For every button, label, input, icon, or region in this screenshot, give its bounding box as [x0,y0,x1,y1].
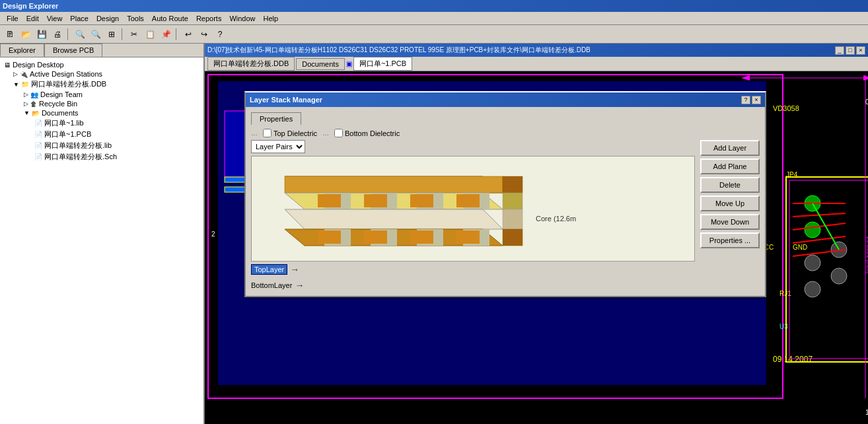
tree-desktop-label: Design Desktop [13,61,64,69]
tree-lib1[interactable]: 📄 网口单~1.lib [3,118,201,129]
bottom-dielectric-check[interactable] [334,129,343,137]
pcb-minimize-btn[interactable]: _ [835,46,844,55]
bottom-dielectric-dots: … [322,129,329,137]
expand-design-team[interactable]: ▷ [24,91,28,98]
tree-lib2[interactable]: 📄 网口单端转差分板.lib [3,140,201,151]
expand-stations[interactable]: ▷ [13,71,18,77]
tb-zoom-out[interactable]: 🔍 [89,27,103,42]
toplayer-label[interactable]: TopLayer [251,264,287,275]
doc-tab-ddb[interactable]: 网口单端转差分板.DDB [207,57,295,71]
app-titlebar: Design Explorer [0,0,868,12]
svg-rect-74 [456,230,480,244]
menu-file[interactable]: File [3,13,22,24]
app-title-text: Design Explorer [3,2,58,10]
svg-rect-73 [410,230,433,244]
pcb-tab-icon: ▣ [346,60,352,67]
svg-marker-63 [503,209,523,229]
menu-view[interactable]: View [43,13,67,24]
doc-tab-pcb[interactable]: 网口单~1.PCB [353,57,412,71]
tree-pcb1[interactable]: 📄 网口单~1.PCB [3,129,201,140]
tb-help[interactable]: ? [213,27,227,42]
tree-design-desktop[interactable]: 🖥 Design Desktop [3,60,201,69]
dialog-body: Properties … Top Dielectric … Bottom Die… [246,107,765,296]
tb-undo[interactable]: ↩ [181,27,196,42]
doc-tab-pcb-container: ▣ 网口单~1.PCB [346,57,412,71]
pcb-close-btn[interactable]: × [856,46,865,55]
move-up-btn[interactable]: Move Up [700,195,760,211]
tree-recycle-bin[interactable]: ▷ 🗑 Recycle Bin [3,99,201,108]
expand-recycle[interactable]: ▷ [24,100,28,107]
tb-new[interactable]: 🖹 [3,27,17,42]
tb-open[interactable]: 📂 [18,27,33,42]
properties-btn[interactable]: Properties ... [700,232,760,248]
svg-rect-59 [364,194,387,207]
menu-design[interactable]: Design [92,13,123,24]
tb-copy[interactable]: 📋 [143,27,157,42]
tree-docs-label: Documents [42,109,79,117]
svg-text:1: 1 [865,409,868,416]
menu-tools[interactable]: Tools [123,13,148,24]
props-row: … Top Dielectric … Bottom Dielectric [251,129,760,137]
svg-marker-45 [863,75,868,81]
dialog-left: Layer Pairs [251,140,695,291]
dialog-close-btn[interactable]: × [752,96,761,104]
menu-window[interactable]: Window [225,13,259,24]
top-dielectric-text: Top Dielectric [273,129,317,137]
svg-rect-71 [318,230,341,244]
svg-rect-60 [410,194,433,207]
menu-edit[interactable]: Edit [22,13,43,24]
svg-marker-62 [285,209,503,229]
add-plane-btn[interactable]: Add Plane [700,159,760,174]
layer-3d-view: Core (12.6m [251,156,695,262]
tb-zoom-in[interactable]: 🔍 [73,27,87,42]
tb-cut[interactable]: ✂ [127,27,141,42]
tree-design-team[interactable]: ▷ 👥 Design Team [3,90,201,99]
tree-active-stations[interactable]: ▷ 🔌 Active Design Stations [3,69,201,79]
menu-place[interactable]: Place [66,13,92,24]
pcb-win-controls: _ □ × [835,46,865,55]
tb-redo[interactable]: ↪ [197,27,211,42]
tb-zoom-fit[interactable]: ⊞ [104,27,119,42]
tb-sep-2 [122,28,124,40]
menu-autoroute[interactable]: Auto Route [148,13,192,24]
tree-documents[interactable]: ▼ 📂 Documents [3,108,201,118]
top-dielectric-check[interactable] [263,129,271,137]
menu-bar: File Edit View Place Design Tools Auto R… [0,12,868,25]
doc-tab-documents[interactable]: Documents [296,58,345,70]
svg-rect-58 [318,194,341,207]
team-icon: 👥 [30,91,38,98]
toplayer-row: TopLayer → [251,264,695,275]
menu-reports[interactable]: Reports [192,13,226,24]
svg-marker-50 [285,176,503,193]
tree-stations-label: Active Design Stations [30,70,102,78]
svg-rect-72 [364,230,387,244]
expand-docs[interactable]: ▼ [24,110,30,116]
toolbar: 🖹 📂 💾 🖨 🔍 🔍 ⊞ ✂ 📋 📌 ↩ ↪ ? [0,25,868,44]
dialog-help-btn[interactable]: ? [741,96,750,104]
tb-paste[interactable]: 📌 [159,27,173,42]
layer-pairs-row: Layer Pairs [251,140,695,153]
svg-point-27 [831,268,847,284]
pcb-canvas: VD3058 JP4 RJ1 U3 VCC GND 09 14 2007 JP1… [205,71,868,424]
svg-text:2: 2 [211,230,215,238]
dialog-title-text: Layer Stack Manager [250,96,322,104]
tab-browse-pcb[interactable]: Browse PCB [44,44,102,57]
pcb-maximize-btn[interactable]: □ [846,46,855,55]
bottomlayer-label: BottomLayer [251,281,292,289]
delete-btn[interactable]: Delete [700,177,760,193]
expand-ddb[interactable]: ▼ [13,81,19,88]
move-down-btn[interactable]: Move Down [700,214,760,230]
tb-print[interactable]: 🖨 [50,27,65,42]
layer-pairs-select[interactable]: Layer Pairs [251,140,305,153]
menu-help[interactable]: Help [260,13,283,24]
tb-sep-1 [67,28,70,40]
file-tree: 🖥 Design Desktop ▷ 🔌 Active Design Stati… [0,57,203,424]
stations-icon: 🔌 [20,71,28,78]
dialog-tab-properties[interactable]: Properties [251,112,301,125]
tree-ddb[interactable]: ▼ 📁 网口单端转差分板.DDB [3,79,201,90]
tab-explorer[interactable]: Explorer [0,44,44,57]
add-layer-btn[interactable]: Add Layer [700,140,760,156]
tb-save[interactable]: 💾 [34,27,49,42]
tree-sch1[interactable]: 📄 网口单端转差分板.Sch [3,151,201,162]
svg-text:0: 0 [865,98,868,106]
